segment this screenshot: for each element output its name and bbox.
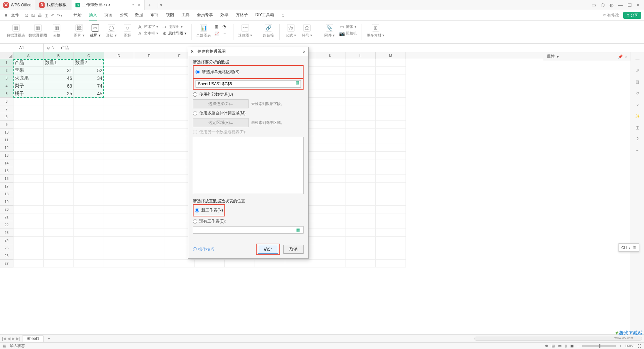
select-region-button[interactable]: 选定区域(R)... (193, 118, 249, 127)
close-dialog-icon[interactable]: × (303, 49, 306, 54)
hamburger-icon[interactable]: ≡ (3, 13, 9, 18)
radio-select-range[interactable]: 请选择单元格区域(S): (196, 69, 301, 75)
tab-data[interactable]: 数据 (135, 10, 143, 20)
pivot-table-button[interactable]: ▦数据透视表 (7, 24, 25, 38)
sheet-tab[interactable]: Sheet1 (22, 335, 44, 342)
tab-member[interactable]: 会员专享 (197, 10, 213, 20)
more-icon[interactable]: ⋯ (634, 147, 641, 154)
tab-tools[interactable]: 工具 (181, 10, 190, 20)
row-headers[interactable]: 1234567891011121314151617181920212223242… (0, 59, 13, 267)
hyperlink-button[interactable]: 🔗超链接 (262, 24, 275, 38)
zoom-slider[interactable] (582, 345, 616, 347)
tab-page[interactable]: 页面 (104, 10, 112, 20)
formula-input[interactable]: 产品 (58, 45, 644, 51)
screenshot-button[interactable]: ✂截屏 ▾ (89, 24, 102, 38)
share-button[interactable]: ⇪ 分享 (623, 12, 641, 19)
expand-icon[interactable]: ⛶ (638, 344, 641, 348)
select-all-corner[interactable] (0, 52, 13, 59)
tab-file[interactable]: S 工作簿数量.xlsx • × (71, 0, 145, 10)
help-icon[interactable]: ? (634, 136, 641, 142)
close-window-icon[interactable]: × (637, 2, 639, 8)
range-input[interactable] (196, 80, 301, 88)
tab-efficiency[interactable]: 效率 (220, 10, 228, 20)
allcharts-button[interactable]: 📊全部图表 (196, 24, 211, 38)
fx-icon[interactable]: ⊘ fx (44, 46, 58, 50)
search-icon[interactable]: ⌕ (281, 10, 284, 20)
close-tab-icon[interactable]: × (138, 3, 140, 7)
window-multi-icon[interactable]: ▭ (592, 2, 596, 8)
minimize-icon[interactable]: — (618, 2, 623, 8)
add-tab-button[interactable]: + (145, 2, 154, 8)
view-break-icon[interactable]: ▯ (565, 344, 567, 348)
minimize-panel-icon[interactable]: — (634, 56, 641, 62)
equation-button[interactable]: √x公式 ▾ (284, 24, 297, 38)
tips-link[interactable]: ⓘ 操作技巧 (193, 247, 214, 252)
add-menu-button[interactable]: | ▾ (154, 2, 166, 8)
select-icon[interactable]: ⬀ (634, 67, 641, 74)
style-icon[interactable]: ▥ (634, 79, 641, 85)
flowchart-button[interactable]: ⇢流程图 ▾ (162, 24, 186, 30)
zoom-in-icon[interactable]: + (619, 344, 621, 348)
save-icon[interactable]: 🖫 (24, 13, 29, 18)
icons-button[interactable]: ☺图标 (121, 24, 134, 38)
pivot-list[interactable] (193, 137, 304, 194)
tab-templates[interactable]: D 找稻壳模板 (35, 0, 71, 10)
zoom-value[interactable]: 160% (625, 344, 634, 348)
radio-multi[interactable]: 使用多重合并计算区域(M) (193, 110, 304, 116)
sheet-nav[interactable]: |◀◀▶▶| (2, 336, 20, 341)
radio-existing-sheet[interactable]: 现有工作表(E): (193, 218, 304, 224)
properties-panel-header[interactable]: 属性 ▾ 📌 × (543, 52, 631, 61)
symbol-button[interactable]: Ω符号 ▾ (301, 24, 313, 38)
form-button[interactable]: ▭窗体 ▾ (339, 24, 357, 30)
pivot-chart-button[interactable]: ▦数据透视图 (29, 24, 47, 38)
more-material-button[interactable]: ⊞更多素材 ▾ (367, 24, 384, 38)
radio-new-sheet[interactable]: 新工作表(N) (195, 207, 223, 213)
tab-view[interactable]: 视图 (166, 10, 174, 20)
read-icon[interactable]: ▣ (570, 344, 574, 348)
print-icon[interactable]: 🖶 (38, 13, 42, 18)
math-icon[interactable]: ⊕ (545, 344, 548, 348)
sync-icon[interactable]: ↻ (634, 90, 641, 97)
table-button[interactable]: ▦表格 (50, 24, 63, 38)
range-picker-icon[interactable]: ▦ (296, 80, 301, 86)
add-sheet-button[interactable]: + (46, 336, 52, 341)
redo-icon[interactable]: ↷▾ (57, 13, 62, 18)
textbox-button[interactable]: A文本框 ▾ (137, 31, 158, 36)
pin-icon[interactable]: 📌 (618, 54, 623, 59)
maximize-icon[interactable]: ☐ (628, 2, 632, 8)
attachment-button[interactable]: 📎附件 ▾ (323, 24, 336, 38)
avatar-icon[interactable]: ◐ (609, 2, 613, 8)
range-picker-icon[interactable]: ▦ (296, 228, 302, 233)
layout-icon[interactable]: ▦ (3, 344, 6, 348)
tab-review[interactable]: 审阅 (151, 10, 159, 20)
camera-button[interactable]: 📷照相机 (339, 31, 357, 36)
tab-formula[interactable]: 公式 (120, 10, 128, 20)
undo-icon[interactable]: ↶ (51, 13, 54, 18)
view-page-icon[interactable]: ▭ (558, 344, 561, 348)
filter-icon[interactable]: ▿ (634, 101, 641, 108)
sparkline-button[interactable]: 〰迷你图 ▾ (238, 24, 252, 38)
layer-icon[interactable]: ◫ (634, 124, 641, 131)
cancel-button[interactable]: 取消 (283, 245, 304, 254)
close-panel-icon[interactable]: × (625, 54, 627, 59)
tab-home[interactable]: 开始 (73, 10, 82, 20)
tab-fangge[interactable]: 方格子 (236, 10, 248, 20)
preview-icon[interactable]: ◫ (45, 13, 48, 18)
sparkles-icon[interactable]: ✨ (634, 113, 641, 119)
cells-area[interactable]: 产品数量1数量2苹果3152火龙果4634梨子6374橘子2545 (13, 59, 631, 334)
saveas-icon[interactable]: 🖫 (31, 13, 35, 18)
tab-diy[interactable]: DIY工具箱 (255, 10, 274, 20)
ime-indicator[interactable]: CH♪简 (619, 243, 639, 252)
existing-location-input[interactable] (193, 226, 304, 234)
picture-button[interactable]: 🖼图片 ▾ (73, 24, 86, 38)
cube-icon[interactable]: ⬡ (601, 2, 605, 8)
dialog-titlebar[interactable]: S 创建数据透视图 × (188, 47, 308, 56)
select-connection-button[interactable]: 选择连接(C)... (193, 99, 249, 108)
wordart-button[interactable]: A艺术字 ▾ (137, 24, 158, 30)
spreadsheet-grid[interactable]: ABCDEFGHIJKLM 12345678910111213141516171… (0, 52, 631, 334)
zoom-out-icon[interactable]: − (577, 344, 579, 348)
column-headers[interactable]: ABCDEFGHIJKLM (13, 52, 631, 59)
name-box[interactable]: A1 (0, 44, 44, 52)
tab-insert[interactable]: 插入 (89, 10, 97, 20)
view-normal-icon[interactable]: ▦ (551, 344, 555, 348)
